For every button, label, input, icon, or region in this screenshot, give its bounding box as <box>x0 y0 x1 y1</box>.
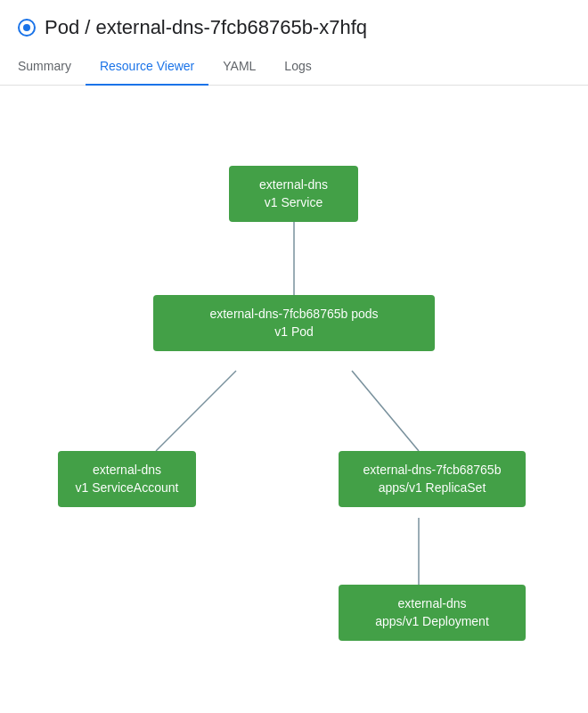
svg-line-3 <box>156 371 236 451</box>
node-service-account[interactable]: external-dns v1 ServiceAccount <box>58 451 196 507</box>
node-service-line1: external-dns <box>259 177 328 192</box>
node-pod[interactable]: external-dns-7fcb68765b pods v1 Pod <box>153 295 435 351</box>
node-deployment-line1: external-dns <box>397 596 466 611</box>
node-replica-set[interactable]: external-dns-7fcb68765b apps/v1 ReplicaS… <box>339 451 526 507</box>
node-service[interactable]: external-dns v1 Service <box>229 166 358 222</box>
node-pod-line1: external-dns-7fcb68765b pods <box>209 307 378 321</box>
page-header: Pod / external-dns-7fcb68765b-x7hfq <box>0 0 588 39</box>
tab-summary[interactable]: Summary <box>18 48 86 86</box>
node-replica-set-line1: external-dns-7fcb68765b <box>363 463 502 477</box>
tab-logs[interactable]: Logs <box>270 48 325 86</box>
main-content: external-dns v1 Service external-dns-7fc… <box>0 86 588 713</box>
tab-yaml[interactable]: YAML <box>208 48 270 86</box>
page-title: Pod / external-dns-7fcb68765b-x7hfq <box>45 16 367 39</box>
pod-icon <box>18 19 36 37</box>
resource-diagram: external-dns v1 Service external-dns-7fc… <box>18 112 570 701</box>
node-replica-set-line2: apps/v1 ReplicaSet <box>379 480 486 495</box>
node-deployment-line2: apps/v1 Deployment <box>375 614 489 628</box>
node-service-account-line1: external-dns <box>93 463 161 477</box>
node-deployment[interactable]: external-dns apps/v1 Deployment <box>339 585 526 641</box>
svg-line-4 <box>352 371 419 451</box>
node-service-line2: v1 Service <box>265 195 323 209</box>
tab-nav: Summary Resource Viewer YAML Logs <box>0 48 588 86</box>
svg-point-1 <box>23 24 30 31</box>
node-service-account-line2: v1 ServiceAccount <box>76 480 179 495</box>
node-pod-line2: v1 Pod <box>274 324 314 339</box>
tab-resource-viewer[interactable]: Resource Viewer <box>86 48 208 86</box>
